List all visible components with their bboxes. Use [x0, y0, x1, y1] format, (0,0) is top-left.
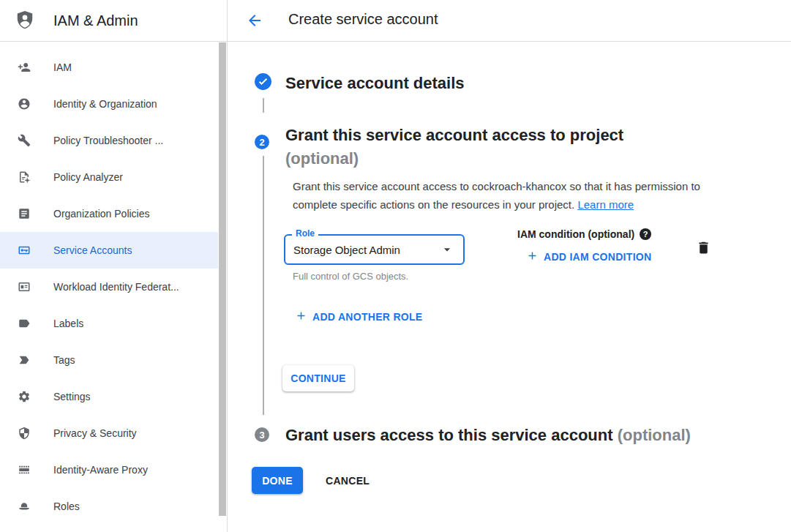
sidebar-item-organization-policies[interactable]: Organization Policies	[0, 195, 218, 232]
continue-button[interactable]: CONTINUE	[282, 365, 354, 391]
sidebar-item-policy-troubleshooter[interactable]: Policy Troubleshooter ...	[0, 122, 218, 159]
sidebar-item-identity-organization[interactable]: Identity & Organization	[0, 86, 218, 122]
cancel-button[interactable]: CANCEL	[314, 467, 381, 494]
sidebar-item-settings[interactable]: Settings	[0, 378, 218, 415]
wrench-icon	[18, 134, 31, 147]
shield-half-icon	[18, 427, 31, 440]
sidebar-item-label: Policy Analyzer	[53, 171, 123, 183]
role-dropdown[interactable]: Role Storage Object Admin	[284, 234, 465, 265]
step2-number-badge: 2	[255, 135, 269, 149]
sidebar-item-label: Settings	[53, 391, 91, 402]
proxy-strip-icon	[18, 463, 31, 476]
sidebar-nav: IAMIdentity & OrganizationPolicy Trouble…	[0, 49, 218, 525]
trash-icon	[696, 240, 711, 256]
chevron-down-icon	[440, 242, 454, 257]
sidebar-item-label: Workload Identity Federat...	[53, 281, 179, 293]
sidebar-item-workload-identity-federat[interactable]: Workload Identity Federat...	[0, 269, 218, 305]
label-icon	[18, 317, 31, 330]
sidebar-item-iam[interactable]: IAM	[0, 49, 218, 86]
sidebar-item-label: Privacy & Security	[53, 427, 137, 439]
sidebar: IAM & Admin IAMIdentity & OrganizationPo…	[0, 0, 228, 532]
sidebar-item-identity-aware-proxy[interactable]: Identity-Aware Proxy	[0, 452, 218, 488]
page-title: Create service account	[288, 11, 438, 28]
sidebar-item-service-accounts[interactable]: Service Accounts	[0, 232, 218, 269]
sidebar-item-tags[interactable]: Tags	[0, 342, 218, 378]
plus-icon	[295, 310, 307, 324]
sidebar-item-label: Roles	[53, 501, 80, 512]
step1-title: Service account details	[285, 74, 465, 93]
step2-title: Grant this service account access to pro…	[285, 124, 623, 171]
badge-card-icon	[18, 280, 31, 293]
main-panel: Create service account Service account d…	[228, 0, 791, 532]
sidebar-header: IAM & Admin	[0, 0, 227, 42]
sidebar-item-privacy-security[interactable]: Privacy & Security	[0, 415, 218, 452]
step-connector	[263, 98, 264, 113]
plus-icon	[526, 250, 539, 264]
product-title: IAM & Admin	[53, 12, 138, 29]
step2-optional-label: (optional)	[285, 149, 359, 168]
add-iam-condition-button[interactable]: ADD IAM CONDITION	[526, 250, 651, 264]
step-connector	[263, 156, 264, 415]
sidebar-item-label: Policy Troubleshooter ...	[53, 135, 163, 146]
account-circle-icon	[18, 97, 31, 110]
step1-complete-check-icon	[254, 72, 272, 91]
step3-title: Grant users access to this service accou…	[285, 426, 691, 445]
role-selected-value: Storage Object Admin	[293, 244, 400, 256]
delete-role-button[interactable]	[696, 240, 712, 256]
help-icon[interactable]: ?	[640, 228, 651, 240]
arrow-back-icon	[246, 12, 263, 29]
tag-arrow-icon	[18, 353, 31, 367]
add-another-role-button[interactable]: ADD ANOTHER ROLE	[295, 310, 423, 324]
document-gear-icon	[18, 171, 31, 184]
sidebar-item-roles[interactable]: Roles	[0, 488, 218, 525]
hat-icon	[18, 500, 31, 513]
iam-admin-shield-icon	[14, 10, 36, 31]
sidebar-item-label: Identity-Aware Proxy	[53, 464, 148, 476]
service-account-icon	[18, 244, 31, 257]
sidebar-item-label: Organization Policies	[53, 208, 150, 220]
sidebar-item-label: Service Accounts	[53, 244, 132, 256]
person-add-icon	[18, 61, 31, 74]
done-button[interactable]: DONE	[252, 467, 303, 494]
sidebar-item-policy-analyzer[interactable]: Policy Analyzer	[0, 159, 218, 195]
step3-number-badge: 3	[255, 427, 269, 442]
sidebar-item-label: Tags	[53, 354, 75, 366]
step2-description: Grant this service account access to coc…	[293, 177, 741, 214]
back-button[interactable]	[246, 12, 263, 29]
learn-more-link[interactable]: Learn more	[577, 198, 634, 211]
main-header: Create service account	[228, 0, 791, 42]
sidebar-item-label: Identity & Organization	[53, 98, 157, 110]
gear-icon	[18, 390, 31, 403]
sidebar-scrollbar[interactable]	[219, 42, 226, 516]
sidebar-item-label: Labels	[53, 318, 83, 329]
role-helper-text: Full control of GCS objects.	[293, 271, 408, 282]
role-field-label: Role	[292, 229, 318, 238]
step3-optional-label: (optional)	[618, 426, 691, 444]
sidebar-item-label: IAM	[53, 61, 72, 73]
iam-condition-label: IAM condition (optional) ?	[517, 228, 651, 240]
sidebar-item-labels[interactable]: Labels	[0, 305, 218, 342]
article-icon	[18, 207, 31, 220]
